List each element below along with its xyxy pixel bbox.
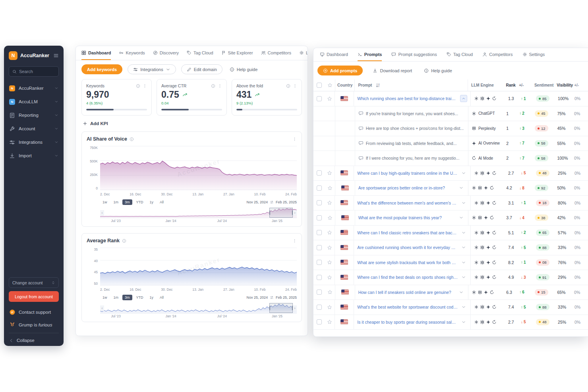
prompt-link[interactable]: What's the difference between men's and … xyxy=(357,201,458,205)
contact-support-link[interactable]: Contact support xyxy=(4,306,64,319)
info-icon[interactable] xyxy=(286,84,290,88)
range-button-all[interactable]: All xyxy=(157,199,166,205)
tab-la[interactable]: La xyxy=(299,46,308,60)
expand-row-button[interactable] xyxy=(460,259,467,266)
star-icon[interactable] xyxy=(327,185,333,191)
more-options-icon[interactable] xyxy=(293,84,297,88)
change-account-select[interactable]: Change account xyxy=(9,277,59,288)
date-range-picker[interactable]: Nov 25, 2024 Feb 25, 2025 xyxy=(246,295,297,299)
brush-selection[interactable] xyxy=(269,303,293,313)
range-button-ytd[interactable]: YTD xyxy=(134,295,146,300)
expand-row-button[interactable] xyxy=(460,199,467,207)
timeline-brush[interactable]: ‹ › xyxy=(100,303,297,313)
sort-az-icon[interactable]: AZ xyxy=(375,83,381,88)
info-icon[interactable] xyxy=(136,84,140,88)
expand-row-button[interactable] xyxy=(458,214,465,221)
sidebar-search[interactable] xyxy=(9,66,59,77)
range-button-3m[interactable]: 3m xyxy=(122,199,132,205)
logout-button[interactable]: Logout from account xyxy=(9,291,59,302)
row-checkbox[interactable] xyxy=(317,305,322,310)
sidebar-item-reporting[interactable]: Reporting xyxy=(4,108,64,122)
tab-keywords[interactable]: Keywords xyxy=(119,46,145,60)
brush-left-arrow[interactable]: ‹ xyxy=(100,305,104,311)
sidebar-item-accuranker[interactable]: NAccuRanker xyxy=(4,81,64,95)
expand-row-button[interactable] xyxy=(460,319,467,326)
tab-discovery[interactable]: Discovery xyxy=(153,46,179,60)
sidebar-item-account[interactable]: Account xyxy=(4,122,64,135)
info-icon[interactable] xyxy=(211,84,215,88)
prompt-link[interactable]: What's the best website for sportswear d… xyxy=(357,305,458,309)
brush-left-arrow[interactable]: ‹ xyxy=(100,210,104,216)
expand-row-button[interactable] xyxy=(460,229,467,236)
prompt-link[interactable]: Are cushioned running shoes worth it for… xyxy=(357,245,458,250)
row-checkbox[interactable] xyxy=(317,275,322,280)
tab-tag-cloud[interactable]: Tag Cloud xyxy=(447,48,473,61)
prompt-link[interactable]: Where can I find the best deals on sport… xyxy=(357,275,458,280)
sidebar-item-integrations[interactable]: Integrations xyxy=(4,135,64,149)
range-button-3m[interactable]: 3m xyxy=(122,295,132,300)
download-report-button[interactable]: Download report xyxy=(371,66,414,75)
col-rank[interactable]: Rank xyxy=(502,83,519,87)
prompt-link[interactable]: Which running shoes are best for long-di… xyxy=(357,96,458,101)
col-prompt[interactable]: Prompt AZ xyxy=(355,79,468,91)
star-icon[interactable] xyxy=(327,319,332,324)
sidebar-item-import[interactable]: Import xyxy=(4,149,64,162)
brush-selection[interactable] xyxy=(269,208,293,218)
integrations-button[interactable]: Integrations xyxy=(128,64,176,74)
select-all-checkbox[interactable] xyxy=(317,83,322,88)
star-icon[interactable] xyxy=(327,260,332,265)
more-options-icon[interactable] xyxy=(292,137,297,141)
tab-prompt-suggestions[interactable]: Prompt suggestions xyxy=(391,48,437,61)
col-llm-engine[interactable]: LLM Engine xyxy=(468,83,502,87)
tab-dashboard[interactable]: Dashboard xyxy=(81,46,111,60)
range-button-1m[interactable]: 1m xyxy=(111,295,121,300)
star-icon[interactable] xyxy=(327,170,332,176)
more-options-icon[interactable] xyxy=(218,84,222,88)
tab-site-explorer[interactable]: Site Explorer xyxy=(221,46,253,60)
brush-right-arrow[interactable]: › xyxy=(293,305,297,311)
range-button-all[interactable]: All xyxy=(157,295,166,300)
expand-row-button[interactable] xyxy=(460,244,467,251)
prompt-link[interactable]: Is it cheaper to buy sports gear during … xyxy=(357,320,458,324)
help-guide-button[interactable]: Help guide xyxy=(228,64,260,74)
timeline-brush[interactable]: ‹ › xyxy=(100,208,297,218)
add-prompts-button[interactable]: Add prompts xyxy=(317,66,363,75)
col-change[interactable]: +/- xyxy=(519,83,534,87)
edit-domain-button[interactable]: Edit domain xyxy=(181,64,222,74)
add-keywords-button[interactable]: Add keywords xyxy=(81,64,122,74)
help-guide-button[interactable]: Help guide xyxy=(422,66,454,75)
add-kpi-button[interactable]: Add KPI xyxy=(76,116,308,129)
row-checkbox[interactable] xyxy=(317,215,322,220)
row-checkbox[interactable] xyxy=(317,319,322,324)
expand-row-button[interactable] xyxy=(458,289,465,296)
prompt-link[interactable]: How can I tell if sneakers sold online a… xyxy=(358,290,455,295)
expand-row-button[interactable] xyxy=(460,274,467,281)
star-icon[interactable] xyxy=(327,245,332,250)
brush-right-arrow[interactable]: › xyxy=(293,210,297,216)
row-checkbox[interactable] xyxy=(317,185,322,191)
row-checkbox[interactable] xyxy=(317,230,322,235)
row-checkbox[interactable] xyxy=(317,245,322,250)
more-options-icon[interactable] xyxy=(292,239,297,243)
row-checkbox[interactable] xyxy=(317,200,322,205)
search-input[interactable] xyxy=(19,69,55,74)
range-button-1w[interactable]: 1w xyxy=(100,199,110,205)
sidebar-item-accullm[interactable]: NAccuLLM xyxy=(4,95,64,108)
range-button-1y[interactable]: 1y xyxy=(147,295,156,300)
range-button-1m[interactable]: 1m xyxy=(111,199,121,205)
row-checkbox[interactable] xyxy=(317,96,322,101)
star-icon[interactable] xyxy=(327,215,333,220)
row-checkbox[interactable] xyxy=(317,290,322,295)
tab-tag-cloud[interactable]: Tag Cloud xyxy=(187,46,213,60)
expand-row-button[interactable] xyxy=(458,184,465,191)
prompt-link[interactable]: Where can I find classic retro sneakers … xyxy=(357,230,458,235)
star-icon[interactable] xyxy=(327,230,332,235)
col-country[interactable]: Country xyxy=(335,79,355,91)
row-checkbox[interactable] xyxy=(317,260,322,265)
star-icon[interactable] xyxy=(327,275,332,280)
star-icon[interactable] xyxy=(327,96,332,101)
hamburger-menu-icon[interactable] xyxy=(53,53,59,58)
star-icon[interactable] xyxy=(327,305,332,310)
col-visibility-change[interactable]: +/- xyxy=(573,83,588,87)
collapse-row-button[interactable] xyxy=(460,95,467,102)
